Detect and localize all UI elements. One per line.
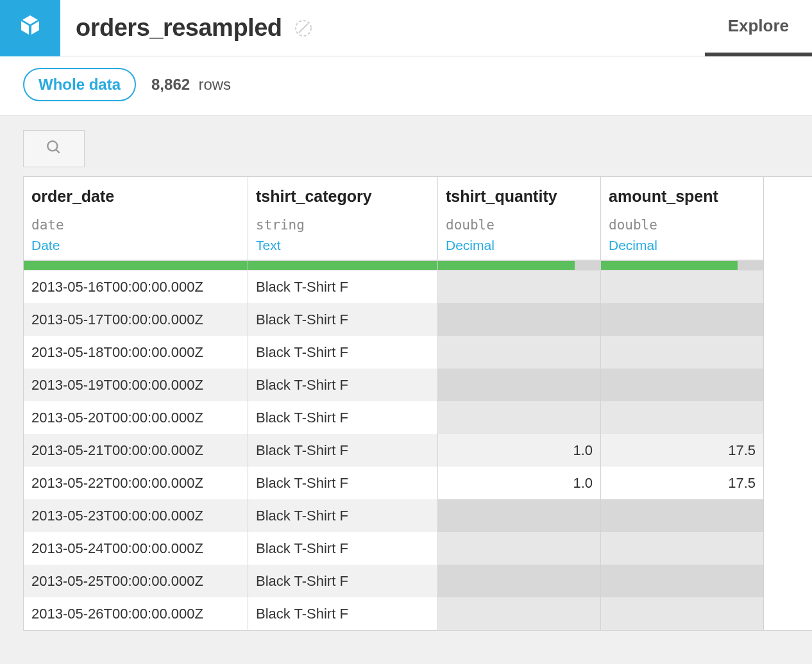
table-cell[interactable]: Black T-Shirt F	[248, 532, 437, 565]
table-cell[interactable]	[601, 369, 763, 401]
column-meaning[interactable]: Text	[256, 238, 430, 253]
quality-valid-segment	[601, 261, 738, 270]
table-cell[interactable]	[438, 303, 600, 336]
column-header[interactable]: order_datedateDate	[24, 177, 248, 260]
quality-empty-segment	[738, 261, 763, 270]
column-meaning[interactable]: Date	[31, 238, 240, 253]
titlebar: orders_resampled Explore	[0, 0, 812, 56]
table-cell[interactable]: 2013-05-16T00:00:00.000Z	[24, 270, 248, 303]
table-cell[interactable]: 2013-05-21T00:00:00.000Z	[24, 434, 248, 467]
column-storage-type: double	[609, 217, 756, 233]
column-order_date: order_datedateDate2013-05-16T00:00:00.00…	[24, 177, 248, 630]
data-table: order_datedateDate2013-05-16T00:00:00.00…	[23, 176, 812, 631]
table-cell[interactable]: Black T-Shirt F	[248, 369, 437, 401]
tab-explore[interactable]: Explore	[705, 0, 812, 56]
tab-explore-label: Explore	[728, 16, 789, 36]
column-header[interactable]: tshirt_quantitydoubleDecimal	[438, 177, 600, 260]
table-cell[interactable]: 2013-05-24T00:00:00.000Z	[24, 532, 248, 565]
search-icon	[46, 139, 62, 158]
table-cell[interactable]	[438, 565, 600, 597]
table-cell[interactable]	[601, 303, 763, 336]
table-cell[interactable]: 1.0	[438, 434, 600, 467]
table-cell[interactable]: Black T-Shirt F	[248, 336, 437, 369]
column-header[interactable]: tshirt_categorystringText	[248, 177, 437, 260]
column-name: tshirt_category	[256, 187, 430, 206]
table-cell[interactable]: Black T-Shirt F	[248, 303, 437, 336]
column-tshirt_category: tshirt_categorystringTextBlack T-Shirt F…	[248, 177, 438, 630]
table-cell[interactable]: Black T-Shirt F	[248, 401, 437, 434]
column-storage-type: date	[31, 217, 240, 233]
svg-point-5	[47, 141, 57, 151]
table-cell[interactable]: Black T-Shirt F	[248, 467, 437, 499]
column-search[interactable]	[23, 130, 85, 167]
svg-line-4	[299, 24, 308, 33]
table-cell[interactable]	[601, 499, 763, 532]
quality-valid-segment	[248, 261, 437, 270]
not-synced-icon	[294, 19, 313, 38]
table-cell[interactable]	[438, 336, 600, 369]
summary-row: Whole data 8,862 rows	[0, 56, 812, 116]
svg-marker-2	[31, 21, 39, 35]
table-cell[interactable]: 17.5	[601, 467, 763, 499]
table-cell[interactable]: 2013-05-25T00:00:00.000Z	[24, 565, 248, 597]
column-name: amount_spent	[609, 187, 756, 206]
page-title: orders_resampled	[76, 14, 282, 42]
quality-valid-segment	[438, 261, 575, 270]
table-cell[interactable]: 2013-05-20T00:00:00.000Z	[24, 401, 248, 434]
svg-marker-0	[22, 15, 38, 24]
table-cell[interactable]	[438, 369, 600, 401]
column-meaning[interactable]: Decimal	[609, 238, 756, 253]
table-cell[interactable]	[601, 565, 763, 597]
column-name: tshirt_quantity	[446, 187, 593, 206]
table-cell[interactable]: 2013-05-18T00:00:00.000Z	[24, 336, 248, 369]
table-cell[interactable]: 2013-05-22T00:00:00.000Z	[24, 467, 248, 499]
quality-valid-segment	[24, 261, 248, 270]
column-tshirt_quantity: tshirt_quantitydoubleDecimal1.01.0	[438, 177, 601, 630]
whole-data-button[interactable]: Whole data	[23, 68, 136, 101]
column-name: order_date	[31, 187, 240, 206]
row-count: 8,862 rows	[151, 76, 231, 94]
grid-area: order_datedateDate2013-05-16T00:00:00.00…	[0, 116, 812, 664]
table-cell[interactable]: Black T-Shirt F	[248, 597, 437, 630]
table-cell[interactable]	[438, 270, 600, 303]
table-cell[interactable]: 2013-05-23T00:00:00.000Z	[24, 499, 248, 532]
table-cell[interactable]	[601, 336, 763, 369]
column-amount_spent: amount_spentdoubleDecimal17.517.5	[601, 177, 764, 630]
table-cell[interactable]: 17.5	[601, 434, 763, 467]
table-cell[interactable]	[601, 401, 763, 434]
table-cell[interactable]	[601, 532, 763, 565]
table-cell[interactable]	[438, 499, 600, 532]
quality-empty-segment	[575, 261, 600, 270]
table-cell[interactable]: 1.0	[438, 467, 600, 499]
quality-bar[interactable]	[248, 260, 437, 270]
table-cell[interactable]	[601, 597, 763, 630]
table-cell[interactable]: 2013-05-19T00:00:00.000Z	[24, 369, 248, 401]
column-header[interactable]: amount_spentdoubleDecimal	[601, 177, 763, 260]
quality-bar[interactable]	[24, 260, 248, 270]
table-cell[interactable]: Black T-Shirt F	[248, 270, 437, 303]
table-cell[interactable]: Black T-Shirt F	[248, 565, 437, 597]
svg-marker-1	[21, 21, 29, 35]
table-cell[interactable]: Black T-Shirt F	[248, 499, 437, 532]
table-cell[interactable]	[438, 401, 600, 434]
column-storage-type: double	[446, 217, 593, 233]
quality-bar[interactable]	[601, 260, 763, 270]
svg-line-6	[56, 149, 59, 153]
table-cell[interactable]: Black T-Shirt F	[248, 434, 437, 467]
table-cell[interactable]	[438, 597, 600, 630]
table-cell[interactable]	[601, 270, 763, 303]
column-storage-type: string	[256, 217, 430, 233]
column-meaning[interactable]: Decimal	[446, 238, 593, 253]
table-cell[interactable]: 2013-05-17T00:00:00.000Z	[24, 303, 248, 336]
quality-bar[interactable]	[438, 260, 600, 270]
table-cell[interactable]: 2013-05-26T00:00:00.000Z	[24, 597, 248, 630]
table-cell[interactable]	[438, 532, 600, 565]
dataset-icon	[0, 0, 60, 56]
